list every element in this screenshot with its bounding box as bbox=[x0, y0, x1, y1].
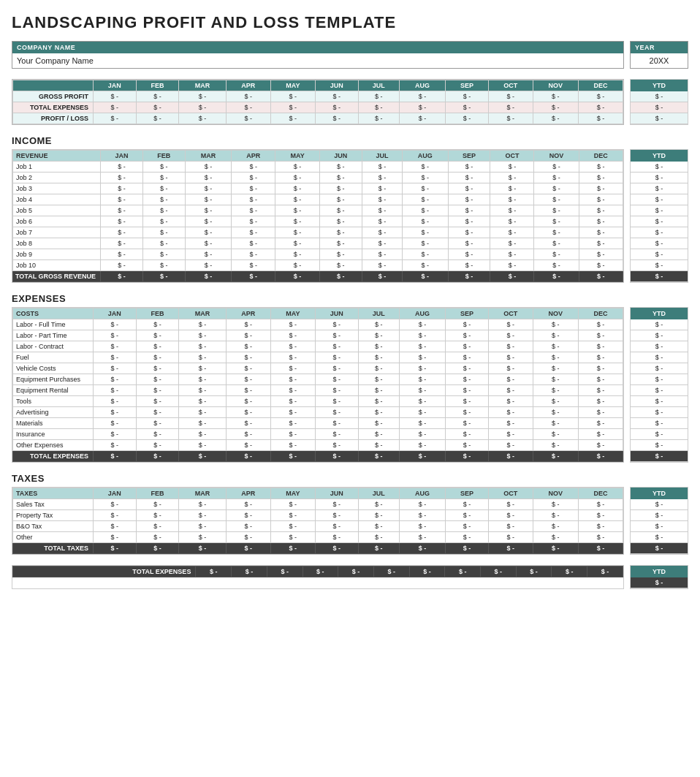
income-ytd-cell: $ - bbox=[631, 216, 688, 227]
expenses-row: Equipment Rental$ -$ -$ -$ -$ -$ -$ -$ -… bbox=[13, 385, 623, 396]
income-table: REVENUEJANFEBMARAPRMAYJUNJULAUGSEPOCTNOV… bbox=[12, 150, 623, 282]
expenses-row: Vehicle Costs$ -$ -$ -$ -$ -$ -$ -$ -$ -… bbox=[13, 363, 623, 374]
income-section-title: INCOME bbox=[12, 135, 688, 146]
expenses-table-container: COSTSJANFEBMARAPRMAYJUNJULAUGSEPOCTNOVDE… bbox=[12, 307, 624, 463]
taxes-ytd-cell: $ - bbox=[631, 532, 688, 543]
income-section: REVENUEJANFEBMARAPRMAYJUNJULAUGSEPOCTNOV… bbox=[12, 149, 688, 283]
taxes-row: Other$ -$ -$ -$ -$ -$ -$ -$ -$ -$ -$ -$ … bbox=[13, 532, 623, 543]
expenses-ytd-header: YTD bbox=[631, 308, 688, 319]
company-value[interactable]: Your Company Name bbox=[12, 53, 623, 68]
company-box: COMPANY NAME Your Company Name bbox=[12, 41, 624, 69]
expenses-ytd-cell: $ - bbox=[631, 341, 688, 352]
income-ytd-cell: $ - bbox=[631, 249, 688, 260]
taxes-ytd-cell: $ - bbox=[631, 499, 688, 510]
summary-ytd-cells: $ -$ -$ - bbox=[631, 91, 688, 124]
bottom-total-ytd: YTD $ - bbox=[630, 565, 688, 589]
expenses-row: Insurance$ -$ -$ -$ -$ -$ -$ -$ -$ -$ -$… bbox=[13, 429, 623, 440]
expenses-row: Materials$ -$ -$ -$ -$ -$ -$ -$ -$ -$ -$… bbox=[13, 418, 623, 429]
expenses-ytd-cell: $ - bbox=[631, 407, 688, 418]
bottom-total-ytd-cells: $ - bbox=[631, 577, 688, 588]
expenses-ytd-cell: $ - bbox=[631, 352, 688, 363]
expenses-row: Labor - Full Time$ -$ -$ -$ -$ -$ -$ -$ … bbox=[13, 319, 623, 330]
expenses-ytd-total-cell: $ - bbox=[631, 451, 688, 462]
income-ytd-cell: $ - bbox=[631, 183, 688, 194]
summary-ytd-header: YTD bbox=[631, 80, 688, 91]
income-ytd: YTD $ -$ -$ -$ -$ -$ -$ -$ -$ -$ -$ - bbox=[630, 149, 688, 283]
expenses-ytd-cell: $ - bbox=[631, 418, 688, 429]
taxes-ytd-cells: $ -$ -$ -$ -$ - bbox=[631, 499, 688, 554]
taxes-table: TAXESJANFEBMARAPRMAYJUNJULAUGSEPOCTNOVDE… bbox=[12, 488, 623, 554]
income-ytd-cell: $ - bbox=[631, 227, 688, 238]
income-row: Job 7$ -$ -$ -$ -$ -$ -$ -$ -$ -$ -$ -$ … bbox=[13, 227, 623, 238]
income-ytd-cell: $ - bbox=[631, 260, 688, 271]
income-row: Job 4$ -$ -$ -$ -$ -$ -$ -$ -$ -$ -$ -$ … bbox=[13, 194, 623, 205]
expenses-ytd-cell: $ - bbox=[631, 440, 688, 451]
taxes-row: B&O Tax$ -$ -$ -$ -$ -$ -$ -$ -$ -$ -$ -… bbox=[13, 521, 623, 532]
expenses-ytd-cell: $ - bbox=[631, 374, 688, 385]
expenses-row: Fuel$ -$ -$ -$ -$ -$ -$ -$ -$ -$ -$ -$ - bbox=[13, 352, 623, 363]
expenses-row: Other Expenses$ -$ -$ -$ -$ -$ -$ -$ -$ … bbox=[13, 440, 623, 451]
bottom-total-table: TOTAL EXPENSES$ -$ -$ -$ -$ -$ -$ -$ -$ … bbox=[12, 566, 623, 577]
income-total-row: TOTAL GROSS REVENUE$ -$ -$ -$ -$ -$ -$ -… bbox=[13, 271, 623, 282]
income-row: Job 5$ -$ -$ -$ -$ -$ -$ -$ -$ -$ -$ -$ … bbox=[13, 205, 623, 216]
year-value[interactable]: 20XX bbox=[631, 53, 688, 68]
taxes-row: Sales Tax$ -$ -$ -$ -$ -$ -$ -$ -$ -$ -$… bbox=[13, 499, 623, 510]
income-ytd-cell: $ - bbox=[631, 173, 688, 183]
summary-ytd: YTD $ -$ -$ - bbox=[630, 79, 688, 125]
income-ytd-cell: $ - bbox=[631, 205, 688, 216]
taxes-table-container: TAXESJANFEBMARAPRMAYJUNJULAUGSEPOCTNOVDE… bbox=[12, 487, 624, 555]
expenses-ytd-cell: $ - bbox=[631, 396, 688, 407]
income-row: Job 8$ -$ -$ -$ -$ -$ -$ -$ -$ -$ -$ -$ … bbox=[13, 238, 623, 249]
expenses-row: Advertising$ -$ -$ -$ -$ -$ -$ -$ -$ -$ … bbox=[13, 407, 623, 418]
summary-row: GROSS PROFIT$ -$ -$ -$ -$ -$ -$ -$ -$ -$… bbox=[13, 91, 623, 102]
income-row: Job 10$ -$ -$ -$ -$ -$ -$ -$ -$ -$ -$ -$… bbox=[13, 260, 623, 271]
taxes-ytd-cell: $ - bbox=[631, 521, 688, 532]
income-table-container: REVENUEJANFEBMARAPRMAYJUNJULAUGSEPOCTNOV… bbox=[12, 149, 624, 283]
summary-ytd-cell: $ - bbox=[631, 102, 688, 113]
taxes-ytd-cell: $ - bbox=[631, 510, 688, 521]
taxes-ytd: YTD $ -$ -$ -$ -$ - bbox=[630, 487, 688, 555]
bottom-total-ytd-header: YTD bbox=[631, 566, 688, 577]
expenses-ytd-cell: $ - bbox=[631, 330, 688, 341]
income-ytd-cells: $ -$ -$ -$ -$ -$ -$ -$ -$ -$ -$ - bbox=[631, 162, 688, 282]
income-row: Job 2$ -$ -$ -$ -$ -$ -$ -$ -$ -$ -$ -$ … bbox=[13, 173, 623, 183]
expenses-total-row: TOTAL EXPENSES$ -$ -$ -$ -$ -$ -$ -$ -$ … bbox=[13, 451, 623, 462]
expenses-row: Equipment Purchases$ -$ -$ -$ -$ -$ -$ -… bbox=[13, 374, 623, 385]
income-row: Job 1$ -$ -$ -$ -$ -$ -$ -$ -$ -$ -$ -$ … bbox=[13, 162, 623, 173]
expenses-ytd-cell: $ - bbox=[631, 385, 688, 396]
taxes-row: Property Tax$ -$ -$ -$ -$ -$ -$ -$ -$ -$… bbox=[13, 510, 623, 521]
summary-row: TOTAL EXPENSES$ -$ -$ -$ -$ -$ -$ -$ -$ … bbox=[13, 102, 623, 113]
year-box: YEAR 20XX bbox=[630, 41, 688, 69]
expenses-section: COSTSJANFEBMARAPRMAYJUNJULAUGSEPOCTNOVDE… bbox=[12, 307, 688, 463]
year-header: YEAR bbox=[631, 42, 688, 53]
company-header: COMPANY NAME bbox=[12, 42, 623, 53]
expenses-ytd: YTD $ -$ -$ -$ -$ -$ -$ -$ -$ -$ -$ -$ -… bbox=[630, 307, 688, 463]
summary-table: JANFEBMARAPRMAYJUNJULAUGSEPOCTNOVDEC GRO… bbox=[12, 80, 623, 124]
expenses-ytd-cells: $ -$ -$ -$ -$ -$ -$ -$ -$ -$ -$ -$ -$ - bbox=[631, 319, 688, 462]
company-year-row: COMPANY NAME Your Company Name YEAR 20XX bbox=[12, 41, 688, 69]
expenses-ytd-cell: $ - bbox=[631, 319, 688, 330]
income-row: Job 9$ -$ -$ -$ -$ -$ -$ -$ -$ -$ -$ -$ … bbox=[13, 249, 623, 260]
expenses-ytd-cell: $ - bbox=[631, 363, 688, 374]
expenses-row: Tools$ -$ -$ -$ -$ -$ -$ -$ -$ -$ -$ -$ … bbox=[13, 396, 623, 407]
expenses-table: COSTSJANFEBMARAPRMAYJUNJULAUGSEPOCTNOVDE… bbox=[12, 308, 623, 462]
summary-section: JANFEBMARAPRMAYJUNJULAUGSEPOCTNOVDEC GRO… bbox=[12, 79, 688, 125]
taxes-total-row: TOTAL TAXES$ -$ -$ -$ -$ -$ -$ -$ -$ -$ … bbox=[13, 543, 623, 554]
income-ytd-cell: $ - bbox=[631, 162, 688, 173]
taxes-ytd-total-cell: $ - bbox=[631, 543, 688, 554]
income-ytd-header: YTD bbox=[631, 150, 688, 162]
taxes-section-title: TAXES bbox=[12, 473, 688, 484]
taxes-section: TAXESJANFEBMARAPRMAYJUNJULAUGSEPOCTNOVDE… bbox=[12, 487, 688, 555]
expenses-section-title: EXPENSES bbox=[12, 293, 688, 304]
income-row: Job 3$ -$ -$ -$ -$ -$ -$ -$ -$ -$ -$ -$ … bbox=[13, 183, 623, 194]
bottom-total-ytd-cell: $ - bbox=[631, 577, 688, 588]
summary-ytd-cell: $ - bbox=[631, 113, 688, 124]
bottom-total-section: TOTAL EXPENSES$ -$ -$ -$ -$ -$ -$ -$ -$ … bbox=[12, 565, 688, 589]
income-ytd-total-cell: $ - bbox=[631, 271, 688, 282]
income-row: Job 6$ -$ -$ -$ -$ -$ -$ -$ -$ -$ -$ -$ … bbox=[13, 216, 623, 227]
expenses-row: Labor - Part Time$ -$ -$ -$ -$ -$ -$ -$ … bbox=[13, 330, 623, 341]
expenses-row: Labor - Contract$ -$ -$ -$ -$ -$ -$ -$ -… bbox=[13, 341, 623, 352]
summary-ytd-cell: $ - bbox=[631, 91, 688, 102]
bottom-total-container: TOTAL EXPENSES$ -$ -$ -$ -$ -$ -$ -$ -$ … bbox=[12, 565, 624, 589]
income-ytd-cell: $ - bbox=[631, 238, 688, 249]
